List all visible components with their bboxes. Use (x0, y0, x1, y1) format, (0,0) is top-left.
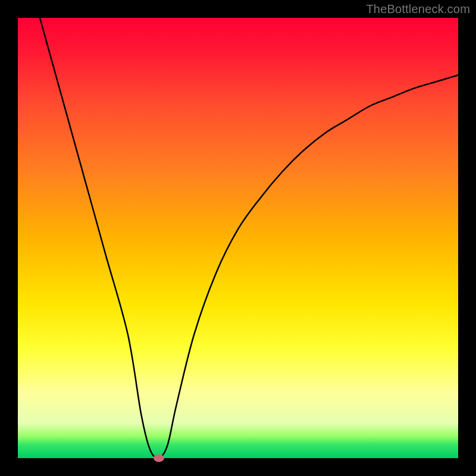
chart-frame: TheBottleneck.com (0, 0, 476, 476)
bottleneck-curve-path (40, 18, 458, 458)
curve-svg (18, 18, 458, 458)
minimum-marker (154, 455, 164, 462)
watermark-text: TheBottleneck.com (366, 2, 470, 16)
plot-area (18, 18, 458, 458)
